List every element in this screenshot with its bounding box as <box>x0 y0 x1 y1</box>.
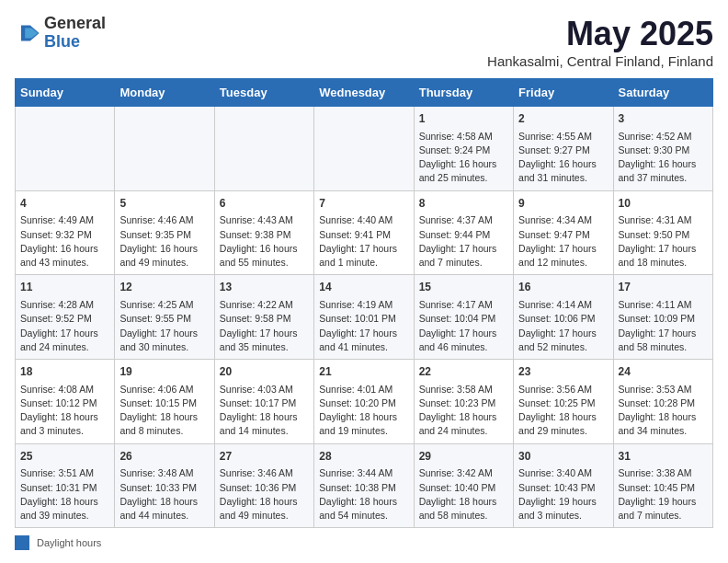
day-number: 21 <box>319 364 408 380</box>
day-number: 25 <box>20 449 109 465</box>
cell-content: Sunrise: 4:06 AM Sunset: 10:15 PM Daylig… <box>119 383 209 439</box>
day-number: 13 <box>220 280 309 295</box>
cell-content: Sunrise: 4:14 AM Sunset: 10:06 PM Daylig… <box>518 298 608 354</box>
day-number: 20 <box>220 364 309 380</box>
cell-content: Sunrise: 3:48 AM Sunset: 10:33 PM Daylig… <box>119 466 209 523</box>
logo-general-text: General <box>44 15 106 33</box>
day-number: 14 <box>319 280 408 295</box>
day-number: 2 <box>518 111 608 127</box>
page-wrapper: General Blue May 2025 Hankasalmi, Centra… <box>15 15 713 550</box>
cell-content: Sunrise: 3:46 AM Sunset: 10:36 PM Daylig… <box>220 466 309 523</box>
cell-content: Sunrise: 4:11 AM Sunset: 10:09 PM Daylig… <box>619 298 708 354</box>
calendar-week-1: 1Sunrise: 4:58 AM Sunset: 9:24 PM Daylig… <box>16 107 713 191</box>
calendar-cell: 11Sunrise: 4:28 AM Sunset: 9:52 PM Dayli… <box>16 275 115 360</box>
header-day-saturday: Saturday <box>613 79 712 107</box>
calendar-cell: 13Sunrise: 4:22 AM Sunset: 9:58 PM Dayli… <box>214 275 313 360</box>
calendar-cell: 24Sunrise: 3:53 AM Sunset: 10:28 PM Dayl… <box>613 360 712 444</box>
cell-content: Sunrise: 4:03 AM Sunset: 10:17 PM Daylig… <box>220 383 309 439</box>
cell-content: Sunrise: 4:40 AM Sunset: 9:41 PM Dayligh… <box>319 213 408 270</box>
header-day-tuesday: Tuesday <box>214 79 313 107</box>
calendar-cell <box>214 107 313 191</box>
calendar-cell: 15Sunrise: 4:17 AM Sunset: 10:04 PM Dayl… <box>414 275 513 360</box>
header-day-friday: Friday <box>514 79 613 107</box>
logo-blue-text: Blue <box>44 33 106 52</box>
day-number: 15 <box>419 280 508 295</box>
calendar-cell: 2Sunrise: 4:55 AM Sunset: 9:27 PM Daylig… <box>514 107 613 191</box>
calendar-cell: 3Sunrise: 4:52 AM Sunset: 9:30 PM Daylig… <box>613 107 712 191</box>
day-number: 23 <box>518 364 608 380</box>
calendar-cell: 7Sunrise: 4:40 AM Sunset: 9:41 PM Daylig… <box>314 190 414 275</box>
calendar-cell: 6Sunrise: 4:43 AM Sunset: 9:38 PM Daylig… <box>214 190 313 275</box>
subtitle: Hankasalmi, Central Finland, Finland <box>487 53 713 69</box>
calendar-table: SundayMondayTuesdayWednesdayThursdayFrid… <box>15 78 713 528</box>
day-number: 27 <box>220 449 309 465</box>
day-number: 12 <box>119 280 209 295</box>
calendar-cell <box>314 107 414 191</box>
header-day-thursday: Thursday <box>414 79 513 107</box>
day-number: 11 <box>20 280 109 295</box>
day-number: 4 <box>20 196 109 212</box>
cell-content: Sunrise: 4:25 AM Sunset: 9:55 PM Dayligh… <box>119 298 209 354</box>
cell-content: Sunrise: 4:28 AM Sunset: 9:52 PM Dayligh… <box>20 298 109 354</box>
day-number: 3 <box>619 111 708 127</box>
calendar-header-row: SundayMondayTuesdayWednesdayThursdayFrid… <box>16 79 713 107</box>
cell-content: Sunrise: 4:08 AM Sunset: 10:12 PM Daylig… <box>20 383 109 439</box>
calendar-cell: 26Sunrise: 3:48 AM Sunset: 10:33 PM Dayl… <box>115 443 214 528</box>
cell-content: Sunrise: 3:44 AM Sunset: 10:38 PM Daylig… <box>319 466 408 523</box>
calendar-cell: 28Sunrise: 3:44 AM Sunset: 10:38 PM Dayl… <box>314 443 414 528</box>
cell-content: Sunrise: 4:46 AM Sunset: 9:35 PM Dayligh… <box>119 213 209 270</box>
day-number: 30 <box>518 449 608 465</box>
day-number: 9 <box>518 196 608 212</box>
calendar-cell: 22Sunrise: 3:58 AM Sunset: 10:23 PM Dayl… <box>414 360 513 444</box>
cell-content: Sunrise: 3:38 AM Sunset: 10:45 PM Daylig… <box>619 466 708 523</box>
day-number: 31 <box>619 449 708 465</box>
day-number: 17 <box>619 280 708 295</box>
cell-content: Sunrise: 4:55 AM Sunset: 9:27 PM Dayligh… <box>518 130 608 186</box>
calendar-cell: 10Sunrise: 4:31 AM Sunset: 9:50 PM Dayli… <box>613 190 712 275</box>
calendar-cell: 27Sunrise: 3:46 AM Sunset: 10:36 PM Dayl… <box>214 443 313 528</box>
cell-content: Sunrise: 4:34 AM Sunset: 9:47 PM Dayligh… <box>518 213 608 270</box>
day-number: 16 <box>518 280 608 295</box>
cell-content: Sunrise: 4:49 AM Sunset: 9:32 PM Dayligh… <box>20 213 109 270</box>
legend-label: Daylight hours <box>37 537 101 548</box>
calendar-week-4: 18Sunrise: 4:08 AM Sunset: 10:12 PM Dayl… <box>16 360 713 444</box>
day-number: 26 <box>119 449 209 465</box>
header-day-sunday: Sunday <box>16 79 115 107</box>
calendar-cell: 17Sunrise: 4:11 AM Sunset: 10:09 PM Dayl… <box>613 275 712 360</box>
cell-content: Sunrise: 4:01 AM Sunset: 10:20 PM Daylig… <box>319 383 408 439</box>
calendar-cell: 21Sunrise: 4:01 AM Sunset: 10:20 PM Dayl… <box>314 360 414 444</box>
calendar-cell: 30Sunrise: 3:40 AM Sunset: 10:43 PM Dayl… <box>514 443 613 528</box>
cell-content: Sunrise: 4:58 AM Sunset: 9:24 PM Dayligh… <box>419 130 508 186</box>
calendar-cell: 31Sunrise: 3:38 AM Sunset: 10:45 PM Dayl… <box>613 443 712 528</box>
cell-content: Sunrise: 3:42 AM Sunset: 10:40 PM Daylig… <box>419 466 508 523</box>
day-number: 18 <box>20 364 109 380</box>
calendar-cell: 16Sunrise: 4:14 AM Sunset: 10:06 PM Dayl… <box>514 275 613 360</box>
cell-content: Sunrise: 4:19 AM Sunset: 10:01 PM Daylig… <box>319 298 408 354</box>
title-block: May 2025 Hankasalmi, Central Finland, Fi… <box>487 15 713 69</box>
calendar-cell <box>115 107 214 191</box>
logo-icon <box>15 20 40 46</box>
calendar-week-5: 25Sunrise: 3:51 AM Sunset: 10:31 PM Dayl… <box>16 443 713 528</box>
cell-content: Sunrise: 4:22 AM Sunset: 9:58 PM Dayligh… <box>220 298 309 354</box>
day-number: 29 <box>419 449 508 465</box>
cell-content: Sunrise: 4:52 AM Sunset: 9:30 PM Dayligh… <box>619 130 708 186</box>
header: General Blue May 2025 Hankasalmi, Centra… <box>15 15 713 69</box>
calendar-week-2: 4Sunrise: 4:49 AM Sunset: 9:32 PM Daylig… <box>16 190 713 275</box>
cell-content: Sunrise: 3:56 AM Sunset: 10:25 PM Daylig… <box>518 383 608 439</box>
logo: General Blue <box>15 15 106 52</box>
calendar-cell <box>16 107 115 191</box>
calendar-cell: 8Sunrise: 4:37 AM Sunset: 9:44 PM Daylig… <box>414 190 513 275</box>
calendar-cell: 25Sunrise: 3:51 AM Sunset: 10:31 PM Dayl… <box>16 443 115 528</box>
day-number: 7 <box>319 196 408 212</box>
day-number: 6 <box>220 196 309 212</box>
day-number: 22 <box>419 364 508 380</box>
header-day-wednesday: Wednesday <box>314 79 414 107</box>
calendar-cell: 5Sunrise: 4:46 AM Sunset: 9:35 PM Daylig… <box>115 190 214 275</box>
calendar-cell: 1Sunrise: 4:58 AM Sunset: 9:24 PM Daylig… <box>414 107 513 191</box>
calendar-cell: 18Sunrise: 4:08 AM Sunset: 10:12 PM Dayl… <box>16 360 115 444</box>
calendar-cell: 12Sunrise: 4:25 AM Sunset: 9:55 PM Dayli… <box>115 275 214 360</box>
cell-content: Sunrise: 4:17 AM Sunset: 10:04 PM Daylig… <box>419 298 508 354</box>
day-number: 24 <box>619 364 708 380</box>
calendar-cell: 20Sunrise: 4:03 AM Sunset: 10:17 PM Dayl… <box>214 360 313 444</box>
main-title: May 2025 <box>487 15 713 53</box>
